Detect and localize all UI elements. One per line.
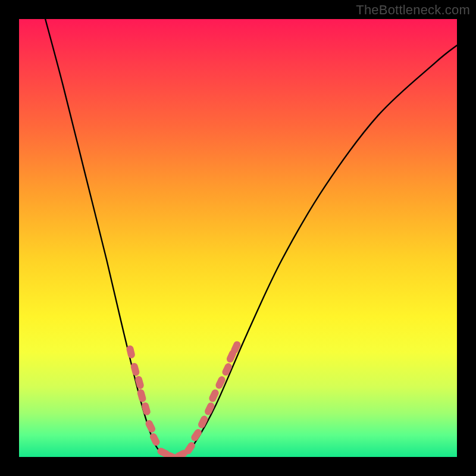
curve-marker — [126, 345, 136, 359]
curve-marker — [190, 428, 203, 443]
marker-layer — [126, 340, 242, 457]
chart-frame: TheBottleneck.com — [0, 0, 476, 476]
curve-marker — [141, 402, 151, 416]
chart-svg — [19, 19, 457, 457]
curve-layer — [45, 19, 457, 457]
curve-marker — [214, 375, 226, 390]
bottleneck-curve — [45, 19, 457, 457]
watermark-text: TheBottleneck.com — [356, 2, 470, 18]
plot-area — [19, 19, 457, 457]
curve-marker — [134, 375, 145, 390]
